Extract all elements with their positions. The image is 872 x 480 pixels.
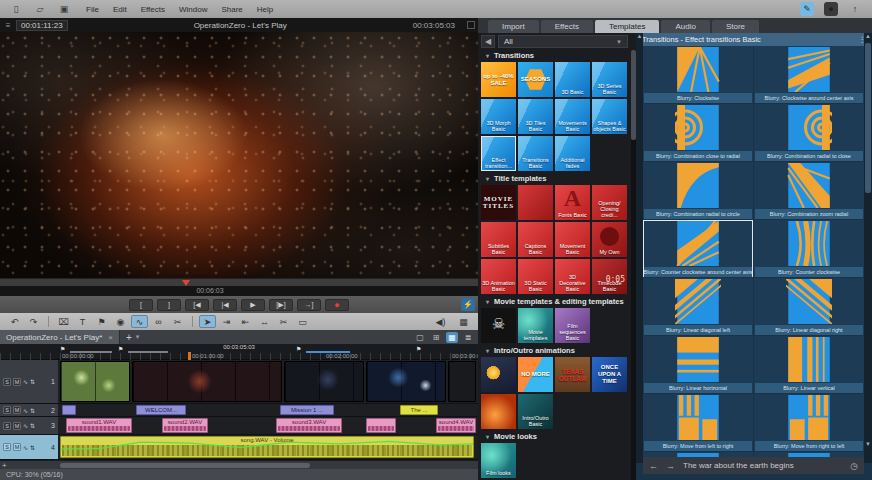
- template-tile[interactable]: 3D Decorative Basic: [555, 259, 590, 294]
- audio-clip[interactable]: [366, 418, 396, 433]
- project-tab-close-icon[interactable]: ×: [108, 333, 113, 342]
- template-tile[interactable]: NO MORE: [518, 357, 553, 392]
- record-screen-icon[interactable]: ●: [824, 2, 838, 16]
- tab-store[interactable]: Store: [712, 20, 759, 33]
- chapter-marker-icon[interactable]: ⚑: [118, 345, 123, 352]
- video-clip[interactable]: [366, 361, 446, 402]
- section-header-3[interactable]: ▾Intro/Outro animations: [478, 345, 636, 356]
- jump-range-start-button[interactable]: [◀: [185, 299, 209, 311]
- play-button[interactable]: ▶: [241, 299, 265, 311]
- category-filter-dropdown[interactable]: All ▼: [498, 35, 628, 48]
- template-tile[interactable]: Effect transition...: [481, 136, 516, 171]
- template-tile[interactable]: MOVIE TITLES: [481, 185, 516, 220]
- scroll-up-icon[interactable]: ▲: [865, 33, 871, 39]
- title-clip[interactable]: WELCOM...: [136, 405, 186, 415]
- template-tile[interactable]: Opening/ Closing credi...: [592, 185, 627, 220]
- jump-end-button[interactable]: →]: [297, 299, 321, 311]
- add-project-tab-button[interactable]: +: [126, 332, 132, 343]
- track-header-4[interactable]: SM∿⇅4: [0, 435, 58, 459]
- fullscreen-icon[interactable]: ⊞: [430, 332, 442, 343]
- video-clip[interactable]: [284, 361, 364, 402]
- new-project-icon[interactable]: ▯: [8, 3, 24, 15]
- mouse-all-tracks-icon[interactable]: ⇤: [237, 315, 254, 328]
- menu-item-help[interactable]: Help: [257, 5, 273, 14]
- template-tile[interactable]: My Own: [592, 222, 627, 257]
- preview-menu-icon[interactable]: ≡: [0, 21, 16, 30]
- transition-item[interactable]: Blurry: Counter clockwise around center …: [643, 220, 753, 277]
- ruler-scale[interactable]: 00:00:00:0000:01:00:0000:02:00:0000:03:0…: [0, 353, 478, 360]
- template-tile[interactable]: [481, 357, 516, 392]
- track-header-3[interactable]: SM∿⇅3: [0, 417, 58, 434]
- transition-item[interactable]: Blurry: Linear horizontal: [643, 336, 753, 393]
- mute-button[interactable]: M: [13, 443, 21, 451]
- transition-item[interactable]: Blurry: Combination radial to close: [754, 104, 864, 161]
- template-tile[interactable]: Intro/Outro Basic: [518, 394, 553, 429]
- section-header-4[interactable]: ▾Movie looks: [478, 431, 636, 442]
- video-clip[interactable]: [448, 361, 476, 402]
- transition-item[interactable]: Blurry: Linear diagonal right: [754, 278, 864, 335]
- next-template-icon[interactable]: →: [666, 461, 675, 471]
- template-tile[interactable]: ONCE UPON A TIME: [592, 357, 627, 392]
- ungroup-icon[interactable]: ✂: [169, 315, 186, 328]
- mixer-icon[interactable]: ▦: [455, 315, 472, 328]
- transition-item[interactable]: Blurry: Linear diagonal left: [643, 278, 753, 335]
- mute-button[interactable]: M: [13, 378, 21, 386]
- audio-clip[interactable]: sound1.WAV: [66, 418, 132, 433]
- template-tile[interactable]: Film sequences Basic: [555, 308, 590, 343]
- range-out-button[interactable]: ]: [157, 299, 181, 311]
- timeline-ruler[interactable]: 00:03:05:03 ⚑ ⚑ ⚑ ⚑ 00:00:00:0000:01:00:…: [0, 344, 478, 360]
- preview-scrubber[interactable]: [0, 278, 478, 286]
- audio-clip[interactable]: sound4.WAV: [436, 418, 476, 433]
- solo-button[interactable]: S: [3, 422, 11, 430]
- chapter-marker-icon[interactable]: ⚑: [60, 345, 65, 352]
- previous-frame-button[interactable]: |◀: [213, 299, 237, 311]
- title-clip[interactable]: Mission 1 ...: [280, 405, 334, 415]
- video-clip[interactable]: [132, 361, 282, 402]
- mute-button[interactable]: M: [13, 422, 21, 430]
- play-range-button[interactable]: [▶]: [269, 299, 293, 311]
- template-tile[interactable]: 3D Static Basic: [518, 259, 553, 294]
- template-tile[interactable]: TEXAS OUTLAW: [555, 357, 590, 392]
- menu-item-window[interactable]: Window: [179, 5, 207, 14]
- optimize-view-icon[interactable]: ◉: [112, 315, 129, 328]
- tab-import[interactable]: Import: [488, 20, 539, 33]
- menu-item-effects[interactable]: Effects: [141, 5, 165, 14]
- preview-detach-icon[interactable]: [467, 21, 475, 29]
- track-header-2[interactable]: SM∿⇅2: [0, 404, 58, 416]
- section-header-2[interactable]: ▾Movie templates & editing templates: [478, 296, 636, 307]
- range-in-button[interactable]: [: [129, 299, 153, 311]
- split-icon[interactable]: ✂: [275, 315, 292, 328]
- detail-scroll-thumb[interactable]: [865, 43, 871, 193]
- menu-item-edit[interactable]: Edit: [113, 5, 127, 14]
- detail-right-scrollbar[interactable]: ▲ ▼: [864, 33, 872, 463]
- music-clip[interactable]: song.WAV - Volume: [60, 436, 474, 458]
- transition-item[interactable]: Blurry: Clockwise around center axis: [754, 46, 864, 103]
- timeline-mode-icon[interactable]: ▦: [446, 332, 458, 343]
- audio-clip[interactable]: sound2.WAV: [162, 418, 208, 433]
- template-tile[interactable]: 3D Morph Basic: [481, 99, 516, 134]
- tab-audio[interactable]: Audio: [661, 20, 709, 33]
- title-icon[interactable]: T: [74, 315, 91, 328]
- section-header-0[interactable]: ▾Transitions: [478, 50, 636, 61]
- template-tile[interactable]: Captions Basic: [518, 222, 553, 257]
- menu-item-share[interactable]: Share: [221, 5, 242, 14]
- stretch-icon[interactable]: ↔: [256, 315, 273, 328]
- record-button[interactable]: ●: [325, 299, 349, 311]
- track-lane-4[interactable]: song.WAV - Volume: [58, 435, 478, 459]
- prev-template-icon[interactable]: ←: [649, 461, 658, 471]
- tab-effects[interactable]: Effects: [541, 20, 593, 33]
- scroll-up-icon[interactable]: ▲: [637, 33, 643, 39]
- scroll-down-icon[interactable]: ▼: [864, 441, 872, 447]
- transition-item[interactable]: Blurry: Linear vertical: [754, 336, 864, 393]
- transition-item[interactable]: Blurry: Move from right to left: [754, 394, 864, 451]
- design-mode-icon[interactable]: ✎: [800, 2, 814, 16]
- export-upload-icon[interactable]: ↑: [848, 2, 862, 16]
- title-clip[interactable]: [62, 405, 76, 415]
- template-tile[interactable]: 3D Series Basic: [592, 62, 627, 97]
- group-icon[interactable]: ∞: [150, 315, 167, 328]
- chapter-marker-icon[interactable]: ⚑: [296, 345, 301, 352]
- transition-item[interactable]: Blurry: Combination close to radial: [643, 104, 753, 161]
- track-lane-2[interactable]: WELCOM...Mission 1 ...The ...: [58, 404, 478, 416]
- title-alt-clip[interactable]: The ...: [400, 405, 438, 415]
- timeline-playhead-icon[interactable]: [188, 352, 191, 360]
